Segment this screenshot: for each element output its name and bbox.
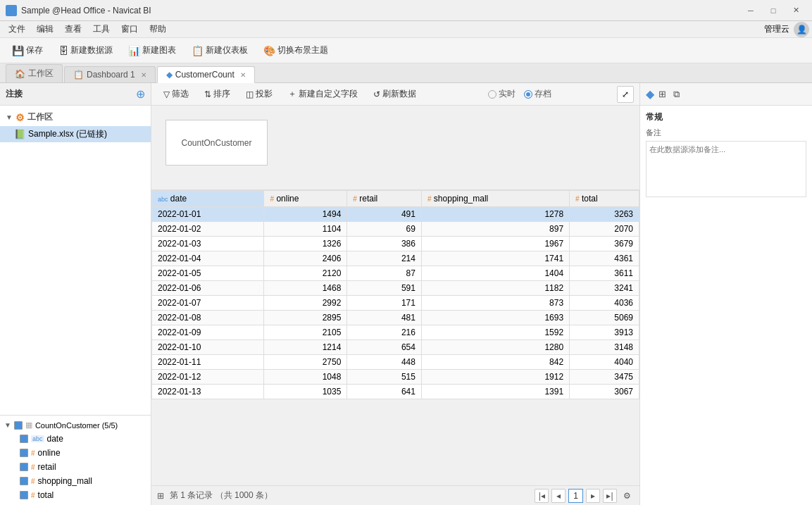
cell-retail: 481 bbox=[347, 311, 422, 325]
cell-total: 3148 bbox=[570, 340, 639, 355]
sort-button[interactable]: ⇅ 排序 bbox=[198, 85, 237, 103]
menu-view[interactable]: 查看 bbox=[59, 22, 87, 37]
cell-retail: 641 bbox=[347, 385, 422, 399]
field-retail[interactable]: # retail bbox=[0, 460, 151, 474]
datasource-header-icon: ◆ bbox=[646, 87, 654, 101]
radio-realtime[interactable]: 实时 bbox=[488, 88, 516, 100]
right-panel-toggle-icon[interactable]: ⊞ bbox=[658, 89, 666, 99]
field-shopping-mall[interactable]: # shopping_mall bbox=[0, 474, 151, 488]
field-date-checkbox[interactable] bbox=[20, 435, 28, 443]
chart-box[interactable]: CountOnCustomer bbox=[165, 120, 268, 166]
cell-date: 2022-01-13 bbox=[152, 385, 264, 399]
new-chart-button[interactable]: 📊 新建图表 bbox=[122, 42, 182, 59]
table-row[interactable]: 2022-01-08289548116935069 bbox=[152, 311, 639, 325]
project-label: 投影 bbox=[256, 88, 273, 100]
table-row[interactable]: 2022-01-09210521615923913 bbox=[152, 325, 639, 340]
content-area: ▽ 筛选 ⇅ 排序 ◫ 投影 ＋ 新建自定义字段 ↺ 刷新数据 bbox=[151, 83, 812, 505]
new-datasource-icon: 🗄 bbox=[58, 45, 68, 56]
table-row[interactable]: 2022-01-13103564113913067 bbox=[152, 385, 639, 399]
field-online-checkbox[interactable] bbox=[20, 449, 28, 457]
table-row[interactable]: 2022-01-06146859111823241 bbox=[152, 281, 639, 296]
col-header-online[interactable]: # online bbox=[264, 191, 347, 207]
col-header-total[interactable]: # total bbox=[570, 191, 639, 207]
switch-theme-label: 切换布景主题 bbox=[277, 44, 328, 56]
menu-window[interactable]: 窗口 bbox=[115, 22, 144, 37]
refresh-button[interactable]: ↺ 刷新数据 bbox=[367, 85, 423, 103]
close-button[interactable]: ✕ bbox=[785, 4, 806, 18]
menu-help[interactable]: 帮助 bbox=[144, 22, 172, 37]
cell-online: 1048 bbox=[264, 370, 347, 385]
table-row[interactable]: 2022-01-0521208714043611 bbox=[152, 266, 639, 281]
table-row[interactable]: 2022-01-03132638619673679 bbox=[152, 237, 639, 251]
filter-button[interactable]: ▽ 筛选 bbox=[157, 85, 195, 103]
table-row[interactable]: 2022-01-10121465412803148 bbox=[152, 340, 639, 355]
tab-customercount[interactable]: ◆ CustomerCount ✕ bbox=[157, 66, 255, 83]
menu-tools[interactable]: 工具 bbox=[87, 22, 115, 37]
first-page-button[interactable]: |◂ bbox=[535, 489, 549, 503]
page-number[interactable]: 1 bbox=[568, 489, 583, 503]
menu-edit[interactable]: 编辑 bbox=[31, 22, 59, 37]
field-retail-checkbox[interactable] bbox=[20, 463, 28, 471]
sidebar: 注接 ⊕ ▼ ⚙ 工作区 📗 Sample.xlsx (已链接) ▼ ▦ C bbox=[0, 83, 151, 505]
cell-total: 3611 bbox=[570, 266, 639, 281]
new-datasource-button[interactable]: 🗄 新建数据源 bbox=[52, 42, 119, 59]
switch-theme-button[interactable]: 🎨 切换布景主题 bbox=[257, 42, 335, 59]
expand-button[interactable]: ⤢ bbox=[617, 86, 634, 103]
sidebar-item-workspace[interactable]: ▼ ⚙ 工作区 bbox=[0, 108, 151, 126]
note-textarea[interactable] bbox=[646, 141, 806, 197]
field-date[interactable]: abc date bbox=[0, 432, 151, 446]
cell-total: 3067 bbox=[570, 385, 639, 399]
next-page-button[interactable]: ▸ bbox=[586, 489, 600, 503]
cell-date: 2022-01-12 bbox=[152, 370, 264, 385]
table-row[interactable]: 2022-01-0729921718734036 bbox=[152, 296, 639, 311]
table-container[interactable]: abc date # online # retail bbox=[151, 190, 639, 485]
cloud-label: 管理云 bbox=[764, 23, 789, 35]
field-total-checkbox[interactable] bbox=[20, 491, 28, 499]
prev-page-button[interactable]: ◂ bbox=[551, 489, 566, 503]
col-header-date[interactable]: abc date bbox=[152, 191, 264, 207]
radio-realtime-circle bbox=[488, 90, 496, 99]
table-row[interactable]: 2022-01-01149449112783263 bbox=[152, 207, 639, 222]
datasource-item-countonCustomer[interactable]: ▼ ▦ CountOnCustomer (5/5) bbox=[0, 418, 151, 432]
table-row[interactable]: 2022-01-021104698972070 bbox=[152, 222, 639, 237]
hash-shopping-icon: # bbox=[31, 478, 35, 485]
field-shopping-mall-checkbox[interactable] bbox=[20, 477, 28, 485]
new-custom-field-button[interactable]: ＋ 新建自定义字段 bbox=[282, 85, 364, 103]
field-online[interactable]: # online bbox=[0, 446, 151, 460]
right-panel-general-section: 常规 备注 bbox=[640, 106, 812, 205]
tab-customercount-close[interactable]: ✕ bbox=[240, 71, 246, 79]
cloud-manage[interactable]: 管理云 👤 bbox=[764, 22, 809, 37]
sidebar-item-sample-xlsx[interactable]: 📗 Sample.xlsx (已链接) bbox=[0, 126, 151, 142]
cell-total: 4361 bbox=[570, 251, 639, 266]
table-row[interactable]: 2022-01-04240621417414361 bbox=[152, 251, 639, 266]
radio-archive[interactable]: 存档 bbox=[524, 88, 551, 100]
tab-dashboard1-icon: 📋 bbox=[73, 70, 84, 80]
tab-dashboard1[interactable]: 📋 Dashboard 1 ✕ bbox=[64, 66, 156, 82]
cell-shopping_mall: 1741 bbox=[421, 251, 569, 266]
last-page-button[interactable]: ▸| bbox=[603, 489, 617, 503]
tab-workspace-label: 工作区 bbox=[28, 68, 54, 80]
field-total[interactable]: # total bbox=[0, 488, 151, 502]
tab-workspace[interactable]: 🏠 工作区 bbox=[6, 64, 63, 82]
table-row[interactable]: 2022-01-1127504488424040 bbox=[152, 355, 639, 370]
tab-dashboard1-close[interactable]: ✕ bbox=[141, 71, 146, 79]
new-datasource-label: 新建数据源 bbox=[70, 44, 113, 56]
maximize-button[interactable]: □ bbox=[763, 4, 784, 18]
new-dashboard-button[interactable]: 📋 新建仪表板 bbox=[185, 42, 254, 59]
cell-shopping_mall: 1391 bbox=[421, 385, 569, 399]
menu-file[interactable]: 文件 bbox=[3, 22, 31, 37]
datasource-checkbox[interactable] bbox=[14, 421, 23, 430]
save-button[interactable]: 💾 保存 bbox=[6, 42, 49, 59]
minimize-button[interactable]: ─ bbox=[740, 4, 761, 18]
grid-view-button[interactable]: ⊞ bbox=[157, 491, 164, 501]
table-settings-button[interactable]: ⚙ bbox=[620, 489, 634, 503]
shopping-type-icon: # bbox=[427, 195, 432, 203]
col-header-shopping-mall[interactable]: # shopping_mall bbox=[421, 191, 569, 207]
col-header-retail[interactable]: # retail bbox=[347, 191, 422, 207]
add-connection-button[interactable]: ⊕ bbox=[136, 87, 145, 101]
project-button[interactable]: ◫ 投影 bbox=[239, 85, 279, 103]
data-panel: abc date # online # retail bbox=[151, 190, 639, 505]
table-row[interactable]: 2022-01-12104851519123475 bbox=[152, 370, 639, 385]
cell-date: 2022-01-08 bbox=[152, 311, 264, 325]
right-panel-layout-icon[interactable]: ⧉ bbox=[673, 89, 680, 100]
